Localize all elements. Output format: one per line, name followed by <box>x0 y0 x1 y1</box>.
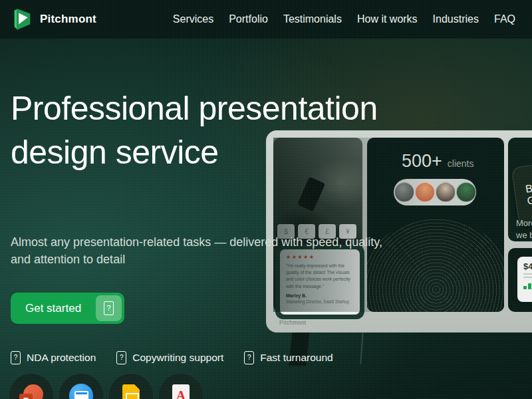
brand-guidelines-card: Brand Guidelines <box>511 153 532 225</box>
feature-list: ? NDA protection ? Copywriting support ?… <box>11 351 333 364</box>
nav-item-faq[interactable]: FAQ <box>494 13 515 25</box>
avatars-pill <box>394 179 476 205</box>
nav-item-how-it-works[interactable]: How it works <box>357 13 418 25</box>
clients-label: clients <box>448 158 474 169</box>
feature-copywriting: ? Copywriting support <box>116 351 223 364</box>
missing-glyph-icon: ? <box>104 301 114 315</box>
tv-watermark: Pitchmont <box>279 319 307 326</box>
brand-logo[interactable]: Pitchmont <box>11 8 96 31</box>
pdf-letter: A <box>176 388 186 399</box>
nav-item-testimonials[interactable]: Testimonials <box>283 13 342 25</box>
testimonial-role: Marketing Director, SaaS Startup <box>286 299 354 304</box>
more-text: More than we build <box>516 217 532 241</box>
avatar <box>436 182 456 202</box>
pitchmont-logo-icon <box>11 8 33 31</box>
nav-item-industries[interactable]: Industries <box>433 13 479 25</box>
price-panel: $4 <box>508 248 532 312</box>
main-nav: Services Portfolio Testimonials How it w… <box>173 13 515 25</box>
brand-card-line1: Brand <box>525 170 532 196</box>
cta-icon-square: ? <box>96 295 122 321</box>
phone-shape <box>297 177 325 212</box>
feature-nda: ? NDA protection <box>11 351 96 364</box>
powerpoint-letter: P <box>19 394 33 399</box>
app-format-list: P A <box>9 374 203 399</box>
get-started-label: Get started <box>25 302 81 315</box>
mockup-slide-right-column: Brand Guidelines More than we build $4 <box>508 138 532 312</box>
page-title: Professional presentation design service <box>11 86 410 174</box>
testimonial-author: Marley B. <box>286 293 354 298</box>
missing-glyph-icon: ? <box>116 351 126 364</box>
clients-stat: 500+ clients <box>402 151 474 172</box>
mini-bar-chart <box>523 281 532 289</box>
app-icon-pdf: A <box>159 374 203 399</box>
tv-stand-highlight <box>360 332 363 364</box>
price-card: $4 <box>517 257 532 302</box>
placeholder-line <box>523 277 532 278</box>
get-started-button[interactable]: Get started ? <box>11 293 124 324</box>
feature-turnaround: ? Fast turnaround <box>244 351 332 364</box>
header: Pitchmont Services Portfolio Testimonial… <box>0 0 532 39</box>
nav-item-services[interactable]: Services <box>173 13 213 25</box>
missing-glyph-icon: ? <box>11 351 21 364</box>
missing-glyph-icon: ? <box>244 351 254 364</box>
keynote-screen-shape <box>74 391 88 399</box>
avatar <box>394 182 414 202</box>
avatar <box>456 182 476 202</box>
brand-name: Pitchmont <box>40 13 96 26</box>
feature-label: Copywriting support <box>132 352 223 364</box>
placeholder-line <box>523 273 532 275</box>
feature-label: NDA protection <box>27 352 96 364</box>
google-slides-page-shape <box>122 384 140 399</box>
price-text: $4 <box>523 261 532 271</box>
nav-item-portfolio[interactable]: Portfolio <box>229 13 268 25</box>
brand-guidelines-panel: Brand Guidelines More than we build <box>508 138 532 241</box>
app-icon-keynote <box>59 374 103 399</box>
avatar <box>415 182 435 202</box>
hero-subtitle: Almost any presentation-related tasks — … <box>11 233 400 268</box>
app-icon-powerpoint: P <box>9 374 53 399</box>
app-icon-google-slides <box>109 374 153 399</box>
feature-label: Fast turnaround <box>260 352 332 364</box>
